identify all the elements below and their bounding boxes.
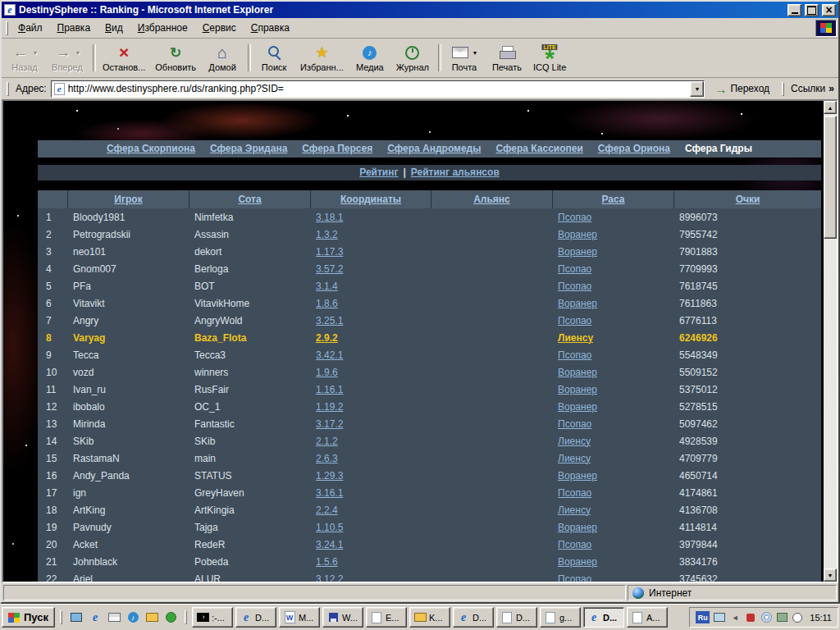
race-link[interactable]: Лиенсу [558, 504, 591, 516]
coords-link[interactable]: 3.1.4 [316, 281, 338, 292]
tray-icon[interactable] [760, 611, 773, 624]
alliance-rating-link[interactable]: Рейтинг альянсов [411, 167, 500, 178]
race-link[interactable]: Псопао [558, 573, 591, 582]
tray-icon[interactable] [713, 611, 726, 624]
taskbar-button[interactable]: M... [279, 607, 320, 628]
coords-link[interactable]: 2.6.3 [316, 453, 338, 464]
coords-link[interactable]: 1.9.6 [316, 367, 338, 378]
toolbar-button[interactable]: ▼ Останов... [98, 39, 150, 76]
scroll-up-button[interactable]: ▲ [824, 101, 837, 114]
toolbar-button[interactable]: ▼ Избранн... [295, 39, 349, 76]
tray-icon[interactable] [728, 611, 742, 624]
sphere-tab[interactable]: Сфера Эридана [210, 143, 287, 154]
address-input[interactable] [68, 81, 687, 97]
menu-item[interactable]: Файл [11, 20, 50, 36]
race-link[interactable]: Воранер [558, 522, 597, 533]
taskbar-button[interactable]: W... [322, 607, 363, 628]
toolbar-button[interactable]: ▼ ICQ Lite [528, 39, 571, 76]
toolbar-button[interactable]: ▼ Поиск [253, 39, 295, 76]
coords-link[interactable]: 1.8.6 [316, 298, 338, 309]
race-link[interactable]: Псопао [558, 349, 591, 361]
coords-link[interactable]: 2.9.2 [316, 332, 338, 344]
race-link[interactable]: Псопао [558, 539, 591, 550]
coords-link[interactable]: 3.42.1 [316, 349, 343, 361]
taskbar-button[interactable]: K... [409, 607, 450, 628]
links-bar[interactable]: Ссылки » [791, 83, 836, 94]
addressbar-grip[interactable] [7, 82, 9, 96]
sphere-tab[interactable]: Сфера Андромеды [387, 143, 481, 154]
coords-link[interactable]: 1.17.3 [316, 246, 343, 258]
race-link[interactable]: Воранер [558, 246, 597, 258]
quicklaunch-button[interactable] [86, 608, 104, 628]
coords-link[interactable]: 2.2.4 [316, 504, 338, 516]
quicklaunch-button[interactable] [143, 608, 161, 628]
language-indicator[interactable]: Ru [696, 611, 710, 623]
taskbar-button[interactable]: g... [540, 607, 581, 628]
column-sort-link[interactable]: Координаты [340, 194, 401, 205]
start-button[interactable]: Пуск [2, 607, 55, 628]
menu-item[interactable]: Сервис [195, 20, 244, 36]
taskbar-button[interactable]: A... [627, 607, 668, 628]
quicklaunch-button[interactable] [124, 608, 142, 628]
coords-link[interactable]: 1.16.1 [316, 384, 343, 395]
column-sort-link[interactable]: Сота [238, 194, 261, 205]
coords-link[interactable]: 3.24.1 [316, 539, 343, 550]
menu-item[interactable]: Избранное [130, 20, 195, 36]
address-dropdown-button[interactable]: ▼ [690, 81, 704, 97]
race-link[interactable]: Псопао [558, 418, 591, 430]
tray-icon[interactable] [775, 611, 788, 624]
maximize-button[interactable] [805, 4, 819, 16]
race-link[interactable]: Воранер [558, 229, 597, 240]
taskbar-button[interactable]: E... [366, 607, 407, 628]
taskband-grip[interactable] [185, 610, 187, 624]
race-link[interactable]: Псопао [558, 263, 591, 275]
links-chevron-icon[interactable]: » [829, 83, 834, 94]
coords-link[interactable]: 1.5.6 [316, 556, 338, 568]
coords-link[interactable]: 3.16.1 [316, 487, 343, 499]
race-link[interactable]: Воранер [558, 298, 597, 309]
menu-item[interactable]: Правка [50, 20, 98, 36]
toolbar-button[interactable]: ▼ Журнал [391, 39, 434, 76]
quicklaunch-grip[interactable] [60, 610, 62, 624]
taskbar-button[interactable]: D... [453, 607, 494, 628]
coords-link[interactable]: 1.10.5 [316, 522, 343, 533]
coords-link[interactable]: 3.25.1 [316, 315, 343, 326]
toolbar-button[interactable]: ▼ Назад [3, 39, 46, 76]
scroll-down-button[interactable]: ▼ [824, 568, 837, 582]
coords-link[interactable]: 3.17.2 [316, 418, 343, 430]
coords-link[interactable]: 3.12.2 [316, 573, 343, 582]
coords-link[interactable]: 1.29.3 [316, 470, 343, 482]
toolbar-button[interactable]: ▼ Обновить [150, 39, 201, 76]
quicklaunch-button[interactable] [67, 608, 85, 628]
minimize-button[interactable] [788, 4, 801, 16]
tray-icon[interactable] [744, 611, 757, 624]
taskbar-button[interactable]: :-... [192, 607, 233, 628]
race-link[interactable]: Лиенсу [558, 453, 591, 464]
dropdown-arrow-icon[interactable]: ▼ [31, 50, 39, 56]
vertical-scrollbar[interactable]: ▲ ▼ [824, 101, 837, 582]
sphere-tab[interactable]: Сфера Скорпиона [107, 143, 195, 154]
column-sort-link[interactable]: Раса [601, 194, 624, 205]
taskbar-button[interactable]: D... [235, 607, 276, 628]
race-link[interactable]: Лиенсу [558, 436, 591, 447]
race-link[interactable]: Воранер [558, 401, 597, 413]
sphere-tab[interactable]: Сфера Персея [302, 143, 372, 154]
column-sort-link[interactable]: Альянс [473, 194, 510, 205]
links-grip[interactable] [782, 82, 784, 96]
toolbar-button[interactable]: ▼ Вперед [46, 39, 89, 76]
rating-link[interactable]: Рейтинг [359, 167, 398, 178]
race-link[interactable]: Воранер [558, 470, 597, 482]
taskbar-button[interactable]: D... [583, 607, 624, 628]
coords-link[interactable]: 3.18.1 [316, 212, 343, 223]
column-sort-link[interactable]: Игрок [114, 194, 142, 205]
coords-link[interactable]: 1.3.2 [316, 229, 338, 240]
quicklaunch-button[interactable] [105, 608, 123, 628]
sphere-tab[interactable]: Сфера Ориона [598, 143, 670, 154]
race-link[interactable]: Псопао [558, 487, 591, 499]
menu-item[interactable]: Вид [98, 20, 130, 36]
column-sort-link[interactable]: Очки [736, 194, 760, 205]
sphere-tab[interactable]: Сфера Гидры [685, 143, 752, 154]
go-button[interactable]: Переход [709, 80, 775, 98]
coords-link[interactable]: 2.1.2 [316, 436, 338, 447]
quicklaunch-button[interactable] [162, 608, 180, 628]
